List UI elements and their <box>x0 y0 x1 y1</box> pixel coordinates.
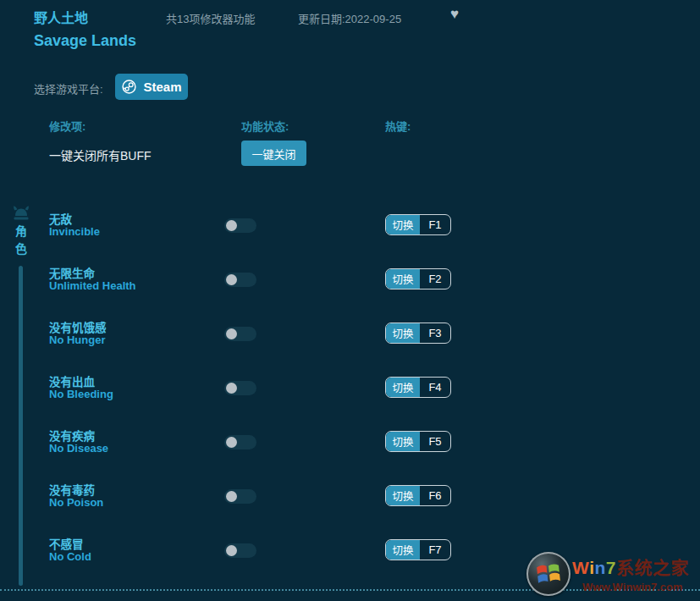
feature-toggle[interactable] <box>224 543 256 558</box>
brand-letter: W <box>572 558 589 577</box>
hotkey-button[interactable]: 切换 F1 <box>385 214 451 235</box>
column-header-status: 功能状态: <box>241 118 289 134</box>
feature-toggle[interactable] <box>224 381 256 395</box>
update-date: 更新日期:2022-09-25 <box>298 10 401 26</box>
watermark-url: Www.Winwin7.com <box>582 581 699 593</box>
brand-letter: 7 <box>606 558 616 577</box>
toggle-knob <box>226 491 237 502</box>
toggle-knob <box>226 545 237 556</box>
hotkey-button[interactable]: 切换 F4 <box>385 377 451 398</box>
feature-toggle[interactable] <box>224 489 256 504</box>
steam-button-label: Steam <box>143 80 181 94</box>
hotkey-key-label: F1 <box>420 215 450 234</box>
feature-row-no-bleeding: 没有出血 No Bleeding 切换 F4 <box>0 366 700 420</box>
hotkey-action-label: 切换 <box>386 378 420 397</box>
toggle-knob <box>226 220 237 231</box>
feature-toggle[interactable] <box>224 218 256 233</box>
steam-icon <box>121 79 137 95</box>
hotkey-button[interactable]: 切换 F3 <box>385 323 451 344</box>
feature-name-en: No Cold <box>49 550 91 563</box>
feature-name-en: No Poison <box>49 496 103 509</box>
feature-row-no-poison: 没有毒药 No Poison 切换 F6 <box>0 474 700 528</box>
feature-name-en: No Hunger <box>49 334 105 346</box>
feature-name-en: Unlimited Health <box>49 279 136 292</box>
hotkey-action-label: 切换 <box>386 540 420 560</box>
hotkey-key-label: F5 <box>420 432 450 451</box>
page-title: 野人土地 <box>34 7 88 27</box>
column-header-hotkey: 热键: <box>385 118 411 134</box>
hotkey-button[interactable]: 切换 F2 <box>385 268 451 289</box>
game-title-en: Savage Lands <box>34 32 136 50</box>
close-all-buff-button[interactable]: 一键关闭 <box>241 141 306 166</box>
hotkey-action-label: 切换 <box>386 323 420 343</box>
platform-select-label: 选择游戏平台: <box>34 80 103 96</box>
windows-orb-logo-icon <box>526 552 570 596</box>
hotkey-key-label: F6 <box>420 486 450 505</box>
feature-name-cn: 没有毒药 <box>49 481 95 498</box>
feature-name-en: No Disease <box>49 442 108 455</box>
hotkey-key-label: F7 <box>420 540 450 560</box>
hotkey-action-label: 切换 <box>386 269 420 289</box>
feature-toggle[interactable] <box>224 273 256 287</box>
hotkey-action-label: 切换 <box>386 432 420 451</box>
feature-name-cn: 没有出血 <box>49 372 95 389</box>
feature-name-en: Invincible <box>49 225 100 238</box>
toggle-knob <box>226 437 237 448</box>
watermark-brand: Win7系统之家 <box>572 554 699 579</box>
toggle-knob <box>226 274 237 285</box>
feature-name-cn: 没有疾病 <box>49 427 95 444</box>
hotkey-action-label: 切换 <box>386 215 420 234</box>
column-header-modifier: 修改项: <box>49 118 85 134</box>
brand-letter: n <box>594 558 605 577</box>
hotkey-button[interactable]: 切换 F5 <box>385 431 451 452</box>
feature-row-invincible: 无敌 Invincible 切换 F1 <box>0 203 700 257</box>
feature-row-no-hunger: 没有饥饿感 No Hunger 切换 F3 <box>0 312 700 366</box>
watermark-text: Win7系统之家 Www.Winwin7.com <box>572 554 699 593</box>
hotkey-action-label: 切换 <box>386 486 420 505</box>
feature-count: 共13项修改器功能 <box>166 10 255 26</box>
toggle-knob <box>226 328 237 339</box>
feature-name-cn: 无敌 <box>49 210 72 227</box>
master-buff-label: 一键关闭所有BUFF <box>49 146 152 163</box>
steam-platform-button[interactable]: Steam <box>115 74 188 100</box>
feature-toggle[interactable] <box>224 327 256 341</box>
feature-row-unlimited-health: 无限生命 Unlimited Health 切换 F2 <box>0 257 700 312</box>
hotkey-key-label: F4 <box>420 378 450 397</box>
hotkey-button[interactable]: 切换 F6 <box>385 485 451 506</box>
heart-icon[interactable]: ♥ <box>450 6 459 23</box>
watermark: Win7系统之家 Www.Winwin7.com <box>523 550 700 597</box>
feature-name-en: No Bleeding <box>49 388 113 400</box>
toggle-knob <box>226 383 237 394</box>
brand-suffix: 系统之家 <box>616 558 689 577</box>
feature-name-cn: 无限生命 <box>49 264 95 281</box>
feature-name-cn: 不感冒 <box>49 535 84 552</box>
feature-row-no-disease: 没有疾病 No Disease 切换 F5 <box>0 420 700 474</box>
hotkey-button[interactable]: 切换 F7 <box>385 539 451 560</box>
hotkey-key-label: F3 <box>420 323 450 343</box>
feature-toggle[interactable] <box>224 435 256 449</box>
hotkey-key-label: F2 <box>420 269 450 289</box>
feature-name-cn: 没有饥饿感 <box>49 318 107 335</box>
